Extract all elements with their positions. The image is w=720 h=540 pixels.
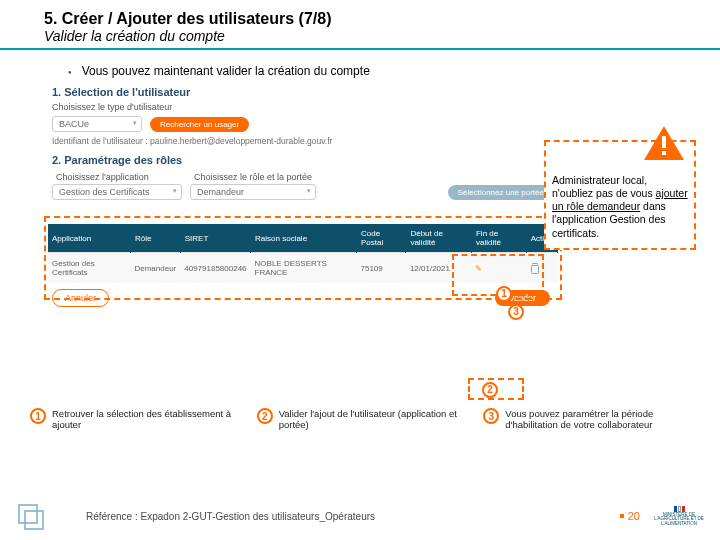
slide-header: 5. Créer / Ajouter des utilisateurs (7/8… <box>0 0 720 50</box>
callout-badge-1: 1 <box>496 286 512 302</box>
table-row: Gestion des Certificats Demandeur 409791… <box>48 253 558 284</box>
legend-item-1: 1 Retrouver la sélection des établisseme… <box>30 408 247 430</box>
user-type-select[interactable]: BACUe <box>52 116 142 132</box>
app-screenshot: 1. Sélection de l'utilisateur Choisissez… <box>48 86 558 307</box>
footer: Référence : Expadon 2-GUT-Gestion des ut… <box>0 492 720 540</box>
cell-fin: ✎ <box>471 253 526 284</box>
step1-title: 1. Sélection de l'utilisateur <box>52 86 554 98</box>
slide-subtitle: Valider la création du compte <box>44 28 686 44</box>
roles-table: Application Rôle SIRET Raison sociale Co… <box>48 224 558 283</box>
cancel-button[interactable]: Annuler <box>52 289 109 307</box>
legend-item-2: 2 Valider l'ajout de l'utilisateur (appl… <box>257 408 474 430</box>
legend-badge-2: 2 <box>257 408 273 424</box>
logo-ministry: MINISTÈRE DE L'AGRICULTURE ET DE L'ALIME… <box>654 499 704 533</box>
th-fin: Fin de validité <box>471 224 526 253</box>
legend-item-3: 3 Vous pouvez paramétrer la période d'ha… <box>483 408 700 430</box>
warning-icon <box>642 124 686 164</box>
warning-callout: Administrateur local, n'oubliez pas de v… <box>544 140 696 250</box>
th-raison: Raison sociale <box>251 224 357 253</box>
logo-franceagrimer <box>16 499 64 533</box>
cell-cp: 75109 <box>356 253 405 284</box>
bullet-dot-icon: ● <box>68 69 72 75</box>
legend-row: 1 Retrouver la sélection des établisseme… <box>30 408 700 430</box>
search-user-button[interactable]: Rechercher un usager <box>150 117 249 132</box>
cell-action <box>526 253 557 284</box>
svg-rect-4 <box>662 151 666 155</box>
choose-type-label: Choisissez le type d'utilisateur <box>52 102 554 112</box>
svg-rect-1 <box>533 263 537 265</box>
bullet-text: Vous pouvez maintenant valider la créati… <box>82 64 370 78</box>
warn-part1: Administrateur local, n'oubliez pas de v… <box>552 174 656 199</box>
table-header-row: Application Rôle SIRET Raison sociale Co… <box>48 224 558 253</box>
application-select[interactable]: Gestion des Certificats <box>52 184 182 200</box>
legend-badge-1: 1 <box>30 408 46 424</box>
cell-siret: 40979185800246 <box>180 253 250 284</box>
legend-text-3: Vous pouvez paramétrer la période d'habi… <box>505 408 700 430</box>
edit-icon[interactable]: ✎ <box>475 264 482 273</box>
callout-badge-2: 2 <box>482 382 498 398</box>
select-scope-button[interactable]: Sélectionnez une portée <box>448 185 554 200</box>
svg-rect-5 <box>19 505 37 523</box>
choose-app-label: Choisissez l'application <box>56 172 178 182</box>
svg-rect-0 <box>532 265 539 273</box>
cell-raison: NOBLE DESSERTS FRANCE <box>251 253 357 284</box>
user-email-line: Identifiant de l'utilisateur : pauline.h… <box>52 136 554 146</box>
warning-text: Administrateur local, n'oubliez pas de v… <box>552 174 688 240</box>
footer-reference: Référence : Expadon 2-GUT-Gestion des ut… <box>86 511 375 522</box>
legend-text-2: Valider l'ajout de l'utilisateur (applic… <box>279 408 474 430</box>
callout-badge-3: 3 <box>508 304 524 320</box>
legend-badge-3: 3 <box>483 408 499 424</box>
th-siret: SIRET <box>180 224 250 253</box>
page-number: 20 <box>620 510 640 522</box>
svg-rect-3 <box>662 136 666 148</box>
role-select[interactable]: Demandeur <box>190 184 316 200</box>
page-number-value: 20 <box>628 510 640 522</box>
th-debut: Début de validité <box>406 224 472 253</box>
th-app: Application <box>48 224 130 253</box>
slide-title: 5. Créer / Ajouter des utilisateurs (7/8… <box>44 10 686 28</box>
svg-rect-6 <box>25 511 43 529</box>
th-role: Rôle <box>130 224 180 253</box>
cell-role: Demandeur <box>130 253 180 284</box>
ministry-text: MINISTÈRE DE L'AGRICULTURE ET DE L'ALIME… <box>654 513 704 527</box>
choose-role-label: Choisissez le rôle et la portée <box>194 172 312 182</box>
legend-text-1: Retrouver la sélection des établissement… <box>52 408 247 430</box>
bullet-row: ● Vous pouvez maintenant valider la créa… <box>68 64 710 78</box>
cell-debut: 12/01/2021 <box>406 253 472 284</box>
step2-title: 2. Paramétrage des rôles <box>52 154 554 166</box>
delete-icon[interactable] <box>530 263 540 272</box>
cell-app: Gestion des Certificats <box>48 253 130 284</box>
page-bullet-icon <box>620 514 624 518</box>
th-cp: Code Postal <box>356 224 405 253</box>
